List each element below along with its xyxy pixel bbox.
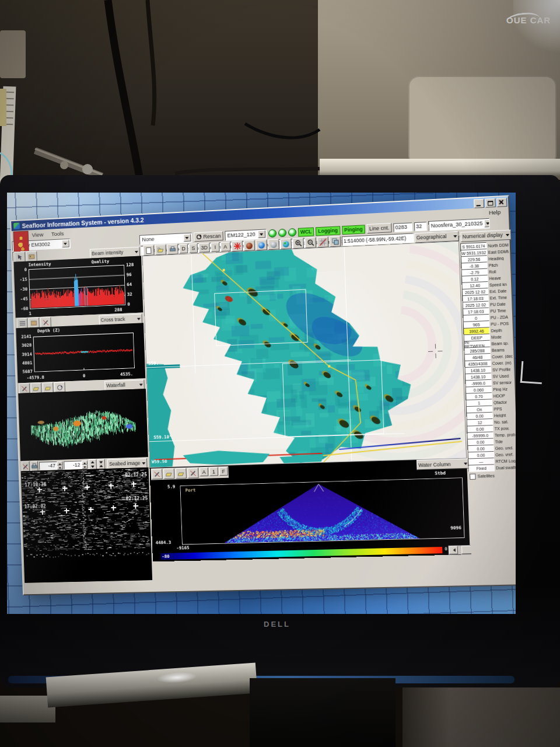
globe-blue-icon[interactable] [256,239,268,250]
chevron-down-icon[interactable] [184,233,191,242]
globe-grey-icon[interactable] [268,239,279,250]
display-mode-d-button[interactable]: D [179,244,188,254]
status-led-icon[interactable] [278,229,286,238]
open-file-icon[interactable] [155,245,166,256]
starburst-icon[interactable] [232,240,243,252]
wc-amplitude-button[interactable]: A [200,467,208,476]
scroll-left-icon[interactable] [449,546,458,554]
water-column-toolbar: A 1 F [150,466,229,480]
numerical-label: Geo. vref. [495,452,513,456]
pencil-off-icon[interactable] [187,467,198,478]
open-file-icon[interactable] [43,382,54,393]
zoom-out-icon[interactable] [304,237,316,248]
geographical-map[interactable]: S59. S59.10° W59.50 [142,241,467,468]
offset-value[interactable]: -12 [64,460,82,469]
wcl-button[interactable]: WCL [298,227,314,236]
globe-green-icon[interactable] [280,238,292,249]
palette-icon[interactable] [26,251,37,262]
open-file-icon[interactable] [163,469,174,479]
open-file-icon[interactable] [31,383,42,393]
gain-value[interactable]: -47 [39,462,57,470]
numerical-label: Cover. (deg [492,354,512,358]
pointer-icon[interactable] [15,252,26,262]
numerical-display-select[interactable]: Numerical display [460,229,511,242]
axis-tick: 3914 [18,352,32,357]
close-button[interactable] [496,198,507,207]
monitor-stand [250,678,396,747]
pencil-off-icon[interactable] [19,383,30,394]
menu-view[interactable]: View [32,231,44,238]
status-led-icon[interactable] [268,229,276,238]
axis-tick: 0 [15,267,27,272]
grid-off-icon[interactable] [317,236,328,247]
sphere-red-icon[interactable] [244,240,256,251]
axis-tick: 5.9 [167,484,176,489]
sounder-select[interactable]: EM122_120 [225,229,267,240]
beam-intensity-plot: Intensity Quality 0 -15 -30 -45 -60 128 … [13,256,143,317]
numerical-label: SV sensor [493,380,512,385]
water-column-select[interactable]: Water Column [416,458,470,470]
list-icon[interactable] [17,318,28,329]
open-file-icon[interactable] [176,468,187,479]
gain-stepper[interactable]: -47 [39,461,63,470]
new-file-icon[interactable] [143,245,154,256]
display-mode-3d-button[interactable]: 3D [199,243,210,253]
logging-button[interactable]: Logging [316,226,340,236]
expand-vertical-icon[interactable] [89,459,97,470]
layers-icon[interactable] [330,236,341,247]
spin-down-icon[interactable] [57,465,63,469]
numerical-label: Ext. Time [490,295,508,300]
axis-tick: -4579.8 [26,375,44,380]
numerical-label: Height [494,413,506,418]
axis-tick: -15 [15,277,27,282]
satellites-label: Satellites [477,474,495,479]
seabed-timestamp: 17:02:02 [24,504,46,509]
auto-scale-button[interactable]: A [220,242,230,252]
chevron-down-icon[interactable] [62,239,69,247]
zoom-in-icon[interactable] [292,238,304,249]
menu-help[interactable]: Help [489,208,501,215]
numerical-label: Tide [495,439,503,444]
palette-icon[interactable] [29,317,40,328]
rescan-button[interactable]: Rescan [194,231,223,242]
display-mode-i-button[interactable]: I [211,242,219,252]
axis-tick: 96 [127,273,132,277]
menu-tools[interactable]: Tools [51,230,64,237]
wc-fan-button[interactable]: F [219,467,228,476]
maximize-button[interactable] [485,198,496,208]
minimize-button[interactable] [474,199,484,208]
numerical-label: Heading [488,256,503,260]
satellites-checkbox[interactable] [470,473,476,479]
line-count-value: 0283 [393,222,412,232]
numerical-label: SV Used [492,374,509,378]
line-count-button[interactable]: Line cnt. [367,223,392,233]
print-icon[interactable] [30,461,38,472]
numerical-label: PPS [494,407,502,411]
pencil-off-icon[interactable] [151,469,162,479]
app-icon [13,222,20,229]
print-icon[interactable] [167,244,178,255]
numerical-label: PU Time [490,308,506,313]
chevron-down-icon[interactable] [258,230,265,238]
latitude-grid-label: S59.10° [153,435,172,439]
water-column-fan-canvas[interactable] [181,478,464,544]
axis-tick: 9096 [450,526,461,530]
chevron-down-icon[interactable] [484,219,489,227]
offset-stepper[interactable]: -12 [64,460,88,469]
floor-right [402,687,560,747]
rotate-icon[interactable] [54,382,65,392]
status-led-icon[interactable] [288,228,296,237]
map-canvas[interactable] [143,242,466,467]
numerical-label: North DDMM. [488,243,508,248]
display-mode-s-button[interactable]: S [189,243,198,253]
compress-vertical-icon[interactable] [97,459,106,469]
pinging-button[interactable]: Pinging [342,225,365,235]
water-column-panel: A 1 F Water Column Stbd Port 9096 5.9 44… [149,459,470,562]
wc-single-ping-button[interactable]: 1 [209,467,218,476]
spin-down-icon[interactable] [82,465,88,469]
pencil-off-icon[interactable] [40,317,51,327]
water-column-colorbar [160,547,442,560]
numerical-value: Fixed [468,464,495,472]
numerical-label: Roll [489,269,496,274]
pencil-off-icon[interactable] [22,461,30,472]
